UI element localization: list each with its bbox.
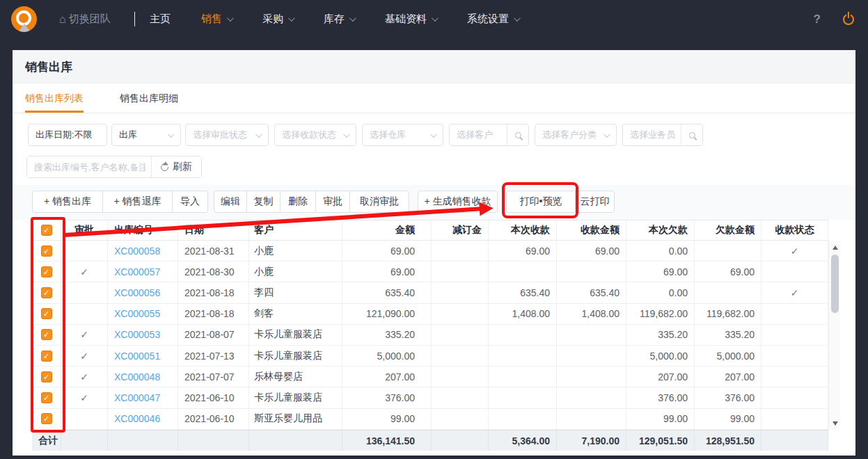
- refresh-button[interactable]: 刷新: [151, 156, 201, 177]
- print-preview-button[interactable]: 打印•预览: [506, 191, 576, 213]
- footer-text: 129,051.50: [639, 435, 688, 446]
- filter-date-range[interactable]: 出库日期:不限: [28, 124, 107, 146]
- row-checkbox[interactable]: ✓: [41, 351, 52, 362]
- cell-text[interactable]: XC000056: [114, 287, 160, 298]
- nav-item-1[interactable]: 主页: [150, 13, 171, 26]
- row-checkbox[interactable]: ✓: [41, 266, 52, 277]
- switch-team-button[interactable]: ⌂ 切换团队: [59, 0, 111, 38]
- cell-paid_status: [762, 387, 828, 408]
- cell-text[interactable]: XC000053: [114, 329, 160, 340]
- cell-text: 0.00: [669, 287, 688, 298]
- cell-text: 2021-08-18: [184, 287, 235, 298]
- table-row[interactable]: ✓✓XC0000512021-07-13卡乐儿童服装店5,000.005,000…: [32, 346, 828, 367]
- scrollbar-down-button[interactable]: [829, 418, 841, 428]
- row-checkbox[interactable]: ✓: [41, 371, 52, 382]
- header-cell-approved: 审批: [61, 220, 108, 240]
- footer-cell-date: [178, 430, 249, 451]
- table-row[interactable]: ✓XC0000462021-06-10斯亚乐婴儿用品99.0099.0099.0…: [32, 409, 828, 430]
- footer-text: 7,190.00: [582, 435, 620, 446]
- cell-paid_total: [557, 409, 626, 429]
- cell-text: 99.00: [663, 413, 688, 424]
- cell-text[interactable]: XC000055: [114, 308, 160, 319]
- nav-item-2[interactable]: 销售: [201, 13, 232, 26]
- filter-payment-status[interactable]: 选择收款状态: [274, 124, 356, 146]
- table-row[interactable]: ✓✓XC0000532021-08-07卡乐儿童服装店335.20335.203…: [32, 325, 828, 346]
- import-button[interactable]: 导入: [172, 191, 208, 213]
- filter-customer[interactable]: 选择客户: [449, 124, 529, 146]
- page-header: 销售出库: [13, 50, 855, 83]
- approve-button[interactable]: 审批: [315, 191, 350, 213]
- filter-customer-category[interactable]: 选择客户分类: [535, 124, 617, 146]
- copy-button[interactable]: 复制: [246, 191, 281, 213]
- header-cell-amount: 金额: [342, 220, 432, 240]
- cell-deposit: [432, 346, 489, 366]
- header-label: 日期: [184, 224, 204, 236]
- table-row[interactable]: ✓XC0000582021-08-31小鹿69.0069.0069.000.00…: [32, 241, 828, 261]
- cancel-approve-button[interactable]: 取消审批: [349, 191, 409, 213]
- tab-outbound-list[interactable]: 销售出库列表: [25, 83, 84, 113]
- cell-paid_total: [557, 346, 626, 366]
- cell-paid_total: [557, 387, 626, 408]
- scrollbar-thumb[interactable]: [831, 255, 839, 313]
- search-input[interactable]: [27, 156, 151, 177]
- help-icon[interactable]: ?: [814, 13, 821, 26]
- cell-text[interactable]: XC000047: [114, 392, 160, 403]
- cell-amount: 99.00: [342, 409, 432, 429]
- header-label: 本次收款: [511, 224, 550, 236]
- footer-cell-paid_status: [762, 430, 828, 451]
- chevron-down-icon: [288, 15, 295, 22]
- table-row[interactable]: ✓✓XC0000572021-08-30小鹿69.0069.0069.00: [32, 261, 828, 282]
- filter-outbound-type[interactable]: 出库: [111, 124, 181, 146]
- cell-deposit: [432, 241, 489, 261]
- cell-text[interactable]: XC000058: [114, 245, 160, 257]
- power-logout-icon[interactable]: [843, 14, 854, 25]
- filter-warehouse[interactable]: 选择仓库: [362, 124, 443, 146]
- vertical-scrollbar[interactable]: [828, 241, 840, 430]
- cell-owed_total: [695, 241, 762, 261]
- scrollbar-up-button[interactable]: [829, 242, 841, 252]
- search-icon-box[interactable]: [681, 124, 702, 145]
- table-row[interactable]: ✓XC0000562021-08-18李四635.40635.40635.400…: [32, 282, 828, 303]
- generate-sales-receipt-button[interactable]: + 生成销售收款: [418, 191, 498, 213]
- table-row[interactable]: ✓✓XC0000482021-07-07乐林母婴店207.00207.00207…: [32, 367, 828, 387]
- chevron-down-icon: [227, 15, 234, 22]
- delete-button[interactable]: 删除: [280, 191, 316, 213]
- search-icon-box[interactable]: [507, 124, 528, 145]
- cell-deposit: [432, 325, 489, 345]
- nav-item-6[interactable]: 系统设置: [467, 13, 519, 26]
- cell-text[interactable]: XC000048: [114, 371, 160, 382]
- filter-label: 选择收款状态: [275, 129, 343, 141]
- nav-item-5[interactable]: 基础资料: [385, 13, 436, 26]
- header-cell-owed_now: 本次欠款: [626, 220, 695, 240]
- table-row[interactable]: ✓✓XC0000472021-06-10卡乐儿童服装店376.00376.003…: [32, 387, 828, 408]
- cloud-print-button[interactable]: 云打印: [575, 191, 615, 213]
- row-checkbox[interactable]: ✓: [41, 329, 52, 340]
- cell-approved: ✓: [61, 325, 108, 345]
- filter-approve-status[interactable]: 选择审批状态: [185, 124, 269, 146]
- cell-amount: 635.40: [342, 282, 432, 303]
- nav-item-3[interactable]: 采购: [262, 13, 293, 26]
- add-sales-outbound-button[interactable]: + 销售出库: [32, 191, 103, 213]
- cell-check: ✓: [32, 282, 61, 303]
- cell-check: ✓: [32, 387, 61, 408]
- row-checkbox[interactable]: ✓: [41, 287, 52, 298]
- add-sales-return-button[interactable]: + 销售退库: [102, 191, 173, 213]
- nav-item-4[interactable]: 库存: [324, 13, 354, 26]
- cell-text[interactable]: XC000057: [114, 266, 160, 277]
- row-checkbox[interactable]: ✓: [41, 308, 52, 319]
- filter-salesman[interactable]: 选择业务员: [622, 124, 703, 146]
- table-row[interactable]: ✓XC0000552021-08-18剑客121,090.001,408.001…: [32, 304, 828, 325]
- footer-text: 128,951.50: [706, 435, 755, 446]
- top-nav-bar: ⌂ 切换团队 主页销售采购库存基础资料系统设置 ?: [0, 0, 868, 38]
- tab-outbound-detail[interactable]: 销售出库明细: [120, 83, 178, 113]
- cell-text[interactable]: XC000051: [114, 351, 160, 362]
- cell-paid_now: [489, 409, 557, 429]
- row-checkbox[interactable]: ✓: [41, 413, 52, 424]
- cell-paid_status: [762, 304, 828, 324]
- row-checkbox[interactable]: ✓: [41, 392, 52, 403]
- select-all-checkbox[interactable]: ✓: [41, 225, 52, 236]
- edit-button[interactable]: 编辑: [214, 191, 247, 213]
- cell-text[interactable]: XC000046: [114, 413, 160, 424]
- nav-item-label: 采购: [262, 13, 283, 26]
- row-checkbox[interactable]: ✓: [41, 245, 52, 257]
